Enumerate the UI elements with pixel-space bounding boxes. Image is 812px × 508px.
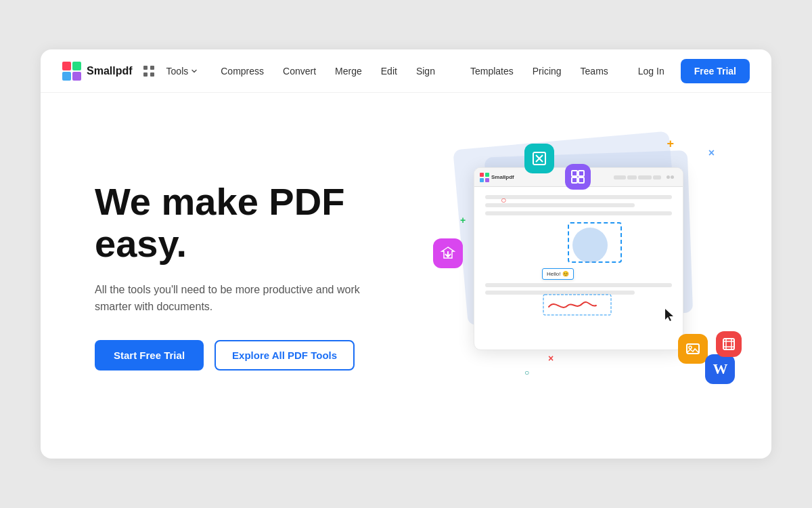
doc-content xyxy=(474,187,683,224)
nav-templates[interactable]: Templates xyxy=(462,62,522,81)
nav-compress[interactable]: Compress xyxy=(212,62,272,81)
nav-convert[interactable]: Convert xyxy=(275,62,324,81)
float-icon-pdf xyxy=(433,238,463,268)
hero-heading: We make PDF easy. xyxy=(95,181,420,264)
doc-line xyxy=(485,283,672,287)
doc-logo-icon xyxy=(480,173,489,182)
svg-rect-14 xyxy=(572,171,577,176)
tools-menu-button[interactable]: Tools xyxy=(162,63,202,79)
doc-text-annotation: Hello! 😊 xyxy=(542,268,574,280)
nav-sign[interactable]: Sign xyxy=(408,62,443,81)
doc-brand: Smallpdf xyxy=(480,173,514,182)
logo-icon xyxy=(62,62,81,81)
chevron-down-icon xyxy=(191,68,198,75)
nav-links-left: Compress Convert Merge Edit Sign xyxy=(212,62,443,81)
svg-rect-1 xyxy=(72,62,81,70)
hero-section: We make PDF easy. All the tools you'll n… xyxy=(41,93,771,459)
svg-rect-6 xyxy=(143,72,148,77)
nav-teams[interactable]: Teams xyxy=(572,62,616,81)
doc-line xyxy=(485,211,672,215)
svg-rect-16 xyxy=(572,177,577,183)
svg-rect-5 xyxy=(150,66,154,70)
navbar: Smallpdf Tools Compress Convert xyxy=(41,49,771,93)
nav-merge[interactable]: Merge xyxy=(327,62,370,81)
page-wrapper: Smallpdf Tools Compress Convert xyxy=(0,0,812,508)
brand-name: Smallpdf xyxy=(87,65,133,77)
deco-x-blue: × xyxy=(708,147,715,159)
svg-rect-8 xyxy=(480,173,484,177)
nav-edit[interactable]: Edit xyxy=(373,62,405,81)
svg-rect-17 xyxy=(579,177,584,183)
start-free-trial-button[interactable]: Start Free Trial xyxy=(95,340,204,371)
deco-plus-gold: + xyxy=(667,137,674,151)
hero-left: We make PDF easy. All the tools you'll n… xyxy=(95,181,420,370)
float-icon-edit xyxy=(524,144,554,173)
float-icon-image xyxy=(678,334,708,364)
doc-toolbar-icons xyxy=(614,175,661,179)
hero-illustration: Smallpdf xyxy=(420,133,728,418)
svg-rect-0 xyxy=(62,62,71,70)
svg-rect-15 xyxy=(579,171,584,176)
svg-rect-7 xyxy=(150,72,154,77)
hero-subtext: All the tools you'll need to be more pro… xyxy=(95,281,365,316)
deco-circle-teal: ○ xyxy=(524,368,529,377)
deco-circle-red: ○ xyxy=(501,194,506,205)
svg-rect-3 xyxy=(72,72,81,81)
doc-brand-label: Smallpdf xyxy=(491,174,514,180)
svg-rect-10 xyxy=(480,178,484,182)
doc-controls xyxy=(667,175,677,179)
nav-pricing[interactable]: Pricing xyxy=(524,62,570,81)
float-icon-crop xyxy=(716,331,742,357)
hero-buttons: Start Free Trial Explore All PDF Tools xyxy=(95,340,420,371)
explore-tools-button[interactable]: Explore All PDF Tools xyxy=(215,340,355,371)
cursor-icon xyxy=(665,309,676,322)
logo-area[interactable]: Smallpdf xyxy=(62,62,133,81)
main-card: Smallpdf Tools Compress Convert xyxy=(41,49,771,459)
svg-rect-22 xyxy=(723,339,734,350)
svg-point-21 xyxy=(689,346,692,349)
free-trial-button[interactable]: Free Trial xyxy=(681,59,750,83)
doc-circle-shape xyxy=(572,228,608,263)
svg-rect-11 xyxy=(485,178,489,182)
float-icon-word: W xyxy=(705,354,735,384)
doc-line xyxy=(485,195,672,199)
nav-links-right: Templates Pricing Teams xyxy=(462,62,616,81)
svg-rect-4 xyxy=(143,66,148,70)
login-button[interactable]: Log In xyxy=(627,62,675,81)
doc-line xyxy=(485,203,635,207)
deco-plus-green: + xyxy=(460,215,466,226)
grid-icon[interactable] xyxy=(138,60,160,82)
float-icon-layout xyxy=(565,164,591,190)
deco-x-red: × xyxy=(548,353,554,364)
doc-signature xyxy=(542,293,616,317)
svg-rect-2 xyxy=(62,72,71,81)
svg-rect-9 xyxy=(485,173,489,177)
